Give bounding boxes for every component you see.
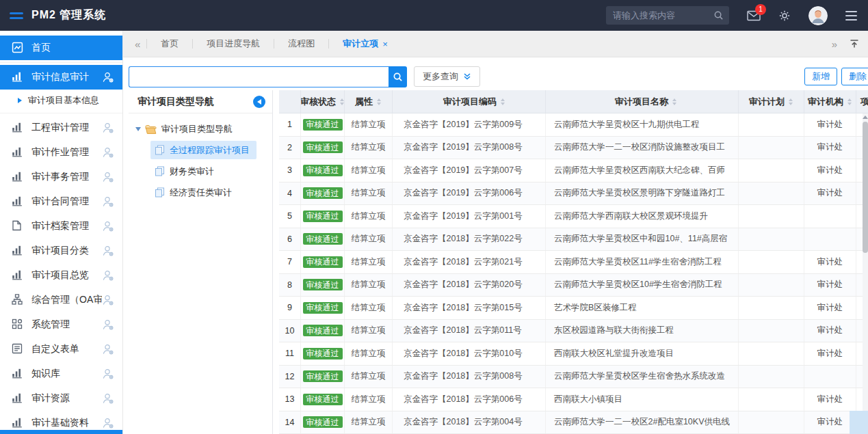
sidebar-item-6[interactable]: 审计合同管理 bbox=[0, 189, 122, 214]
mail-icon[interactable]: 1 bbox=[747, 10, 761, 21]
tabs-scroll-left-icon[interactable]: « bbox=[129, 38, 146, 50]
cell-index: 14 bbox=[279, 411, 301, 434]
sidebar-item-7[interactable]: 审计档案管理 bbox=[0, 214, 122, 239]
sidebar-subitem-2[interactable]: 审计项目基本信息 bbox=[0, 90, 122, 111]
collapse-panel-icon[interactable] bbox=[253, 96, 265, 108]
status-badge: 审核通过 bbox=[303, 119, 343, 131]
table-row[interactable]: 4审核通过结算立项京金咨字【2019】云字第006号云南师范大学呈贡校区景明路下… bbox=[279, 182, 868, 206]
header-1[interactable]: 属性 bbox=[345, 90, 393, 113]
table-row[interactable]: 3审核通过结算立项京金咨字【2019】云字第007号云南师范大学呈贡校区西南联大… bbox=[279, 159, 868, 182]
sidebar-item-8[interactable]: 审计项目分类 bbox=[0, 239, 122, 263]
sidebar-item-11[interactable]: 系统管理 bbox=[0, 312, 122, 337]
chart-icon bbox=[12, 245, 24, 257]
header-4[interactable]: 审计计划 bbox=[739, 90, 804, 113]
global-search-input[interactable] bbox=[613, 10, 713, 21]
sidebar-item-9[interactable]: 审计项目总览 bbox=[0, 263, 122, 288]
header-0[interactable]: 审核状态 bbox=[301, 90, 345, 113]
cell-index: 5 bbox=[279, 205, 301, 228]
table-row[interactable]: 1审核通过结算立项京金咨字【2019】云字第009号云南师范大学呈贡校区十九期供… bbox=[279, 113, 868, 137]
hamburger-icon[interactable] bbox=[10, 12, 23, 19]
scroll-up-icon[interactable] bbox=[863, 113, 868, 121]
sidebar-item-14[interactable]: 审计资源 bbox=[0, 386, 122, 411]
search-input[interactable] bbox=[129, 66, 389, 87]
sort-icon[interactable] bbox=[500, 98, 505, 106]
header-2[interactable]: 审计项目编码 bbox=[393, 90, 546, 113]
sidebar-item-5[interactable]: 审计事务管理 bbox=[0, 165, 122, 189]
cell-org bbox=[804, 366, 856, 388]
collapse-top-icon[interactable] bbox=[849, 38, 860, 49]
sort-icon[interactable] bbox=[672, 98, 677, 106]
sidebar-item-10[interactable]: 综合管理（OA审批） bbox=[0, 288, 122, 312]
cell-org: 审计处 bbox=[804, 113, 856, 136]
person-gear-icon bbox=[102, 195, 114, 208]
cell-code: 京金咨字【2018】云字第008号 bbox=[393, 366, 546, 388]
tree-child-0[interactable]: 全过程跟踪审计项目 bbox=[150, 141, 257, 159]
status-badge: 审核通过 bbox=[303, 302, 343, 314]
cell-index: 13 bbox=[279, 388, 301, 411]
sort-icon[interactable] bbox=[847, 98, 852, 106]
sort-icon[interactable] bbox=[788, 98, 793, 106]
status-badge: 审核通过 bbox=[303, 370, 343, 382]
tab-1[interactable]: 项目进度导航 bbox=[193, 38, 274, 50]
sidebar-item-4[interactable]: 审计作业管理 bbox=[0, 140, 122, 165]
cell-status: 审核通过 bbox=[301, 320, 345, 342]
cell-attr: 结算立项 bbox=[345, 366, 393, 388]
sidebar-bottom-strip bbox=[0, 430, 122, 434]
cell-code: 京金咨字【2019】云字第008号 bbox=[393, 137, 546, 159]
cell-code: 京金咨字【2018】云字第010号 bbox=[393, 342, 546, 365]
sidebar-item-1[interactable]: 审计信息审计 bbox=[0, 65, 122, 90]
sidebar-item-12[interactable]: 自定义表单 bbox=[0, 337, 122, 362]
scrollbar-thumb[interactable] bbox=[863, 122, 868, 253]
tab-0[interactable]: 首页 bbox=[147, 38, 192, 50]
tabs-scroll-right-icon[interactable]: » bbox=[826, 38, 843, 50]
cell-name: 东区校园道路与联大街衔接工程 bbox=[546, 320, 739, 342]
cell-attr: 结算立项 bbox=[345, 320, 393, 342]
table-row[interactable]: 6审核通过结算立项京金咨字【2018】云字第022号云南师范大学呈贡校区中和园1… bbox=[279, 228, 868, 252]
tab-2[interactable]: 流程图 bbox=[274, 38, 328, 50]
cell-name: 云南师范大学呈贡校区中和园10#、11#高层宿 bbox=[546, 228, 739, 251]
status-badge: 审核通过 bbox=[303, 233, 343, 245]
tree-root-node[interactable]: 审计项目类型导航 bbox=[134, 120, 268, 138]
table-row[interactable]: 11审核通过结算立项京金咨字【2018】云字第010号西南联大校区礼堂提升改造项… bbox=[279, 342, 868, 366]
sort-icon[interactable] bbox=[376, 98, 382, 106]
vertical-scrollbar[interactable] bbox=[863, 113, 868, 434]
close-tab-icon[interactable]: × bbox=[382, 39, 388, 49]
cell-name: 艺术学院B区装修工程 bbox=[546, 297, 739, 319]
menu-icon[interactable] bbox=[845, 11, 857, 21]
cell-index: 11 bbox=[279, 342, 301, 365]
sidebar-item-13[interactable]: 知识库 bbox=[0, 362, 122, 386]
table-row[interactable]: 2审核通过结算立项京金咨字【2019】云字第008号云南师范大学一二一校区消防设… bbox=[279, 137, 868, 160]
table-row[interactable]: 5审核通过结算立项京金咨字【2019】云字第001号云南师范大学西南联大校区景观… bbox=[279, 205, 868, 228]
tree-child-1[interactable]: 财务类审计 bbox=[150, 162, 221, 180]
header-3[interactable]: 审计项目名称 bbox=[546, 90, 739, 113]
tab-3[interactable]: 审计立项× bbox=[329, 38, 402, 50]
tree-child-2[interactable]: 经济责任类审计 bbox=[150, 183, 239, 202]
table-row[interactable]: 14审核通过结算立项京金咨字【2018】云字第004号云南师范大学一二一校区2#… bbox=[279, 411, 868, 434]
table-row[interactable]: 10审核通过结算立项京金咨字【2018】云字第011号东区校园道路与联大街衔接工… bbox=[279, 320, 868, 343]
table-row[interactable]: 9审核通过结算立项京金咨字【2018】云字第015号艺术学院B区装修工程审计处 bbox=[279, 297, 868, 320]
person-gear-icon bbox=[102, 122, 114, 134]
delete-button[interactable]: 删除 bbox=[841, 68, 868, 85]
avatar[interactable] bbox=[808, 6, 828, 25]
search-icon[interactable] bbox=[713, 10, 724, 21]
cell-attr: 结算立项 bbox=[345, 228, 393, 251]
header-5[interactable]: 审计机构 bbox=[804, 90, 856, 113]
header-partial[interactable]: 项 bbox=[856, 90, 868, 113]
double-chevron-down-icon bbox=[463, 72, 471, 81]
table-row[interactable]: 7审核通过结算立项京金咨字【2018】云字第021号云南师范大学呈贡校区11#学… bbox=[279, 251, 868, 274]
tree-expand-icon[interactable] bbox=[135, 127, 141, 131]
cell-plan bbox=[739, 251, 804, 273]
search-button[interactable] bbox=[389, 66, 407, 87]
sort-icon[interactable] bbox=[339, 98, 345, 106]
table-row[interactable]: 8审核通过结算立项京金咨字【2018】云字第020号云南师范大学呈贡校区10#学… bbox=[279, 274, 868, 297]
tree-child-label: 全过程跟踪审计项目 bbox=[170, 144, 250, 157]
sidebar-item-3[interactable]: 工程审计管理 bbox=[0, 116, 122, 140]
table-row[interactable]: 12审核通过结算立项京金咨字【2018】云字第008号云南师范大学呈贡校区学生宿… bbox=[279, 366, 868, 389]
gear-icon[interactable] bbox=[778, 10, 791, 22]
sidebar-item-0[interactable]: 首页 bbox=[0, 36, 122, 60]
status-badge: 审核通过 bbox=[303, 348, 343, 360]
add-button[interactable]: 新增 bbox=[804, 68, 837, 85]
table-row[interactable]: 13审核通过结算立项京金咨字【2018】云字第006号西南联大小镇项目审计处 bbox=[279, 388, 868, 411]
tree-panel: 审计项目类型导航 审计项目类型导航 全过程跟踪审计项目财务 bbox=[129, 90, 273, 434]
more-query-button[interactable]: 更多查询 bbox=[414, 66, 480, 87]
